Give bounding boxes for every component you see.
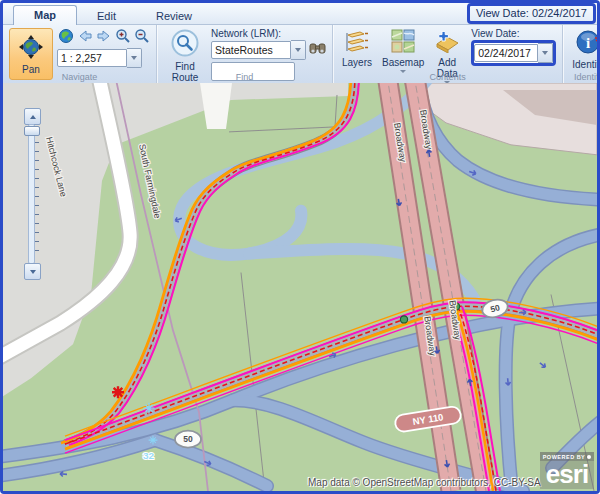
identify-group-label: Identify <box>563 72 600 82</box>
arrow-right-icon <box>96 28 112 48</box>
tab-review[interactable]: Review <box>136 7 212 24</box>
map-zoom-slider[interactable] <box>24 108 39 280</box>
ribbon-tabbar: Map Edit Review View Date: 02/24/2017 <box>3 3 597 25</box>
view-date-input[interactable] <box>474 44 538 62</box>
arrow-left-icon <box>77 28 93 48</box>
tab-edit[interactable]: Edit <box>77 7 136 24</box>
exit-label: 32 <box>143 450 155 461</box>
group-contents: Layers Basemap <box>333 25 563 83</box>
layers-icon <box>344 29 370 55</box>
scale-combo <box>57 48 150 68</box>
network-dropdown-button[interactable] <box>291 40 306 60</box>
group-navigate: Pan <box>3 25 157 83</box>
slider-handle[interactable] <box>24 126 40 136</box>
scale-input[interactable] <box>57 49 127 67</box>
network-combo <box>211 40 306 60</box>
chevron-down-icon <box>295 48 301 52</box>
identify-pin-button[interactable] <box>593 28 600 49</box>
route-junction-dot <box>400 316 407 323</box>
svg-text:i: i <box>586 35 590 51</box>
slider-track[interactable] <box>28 124 35 264</box>
zoom-out-button[interactable] <box>133 30 150 47</box>
navigate-group-label: Navigate <box>3 72 156 82</box>
slider-zoom-out-button[interactable] <box>24 263 41 280</box>
route-start-marker <box>112 386 124 398</box>
find-route-icon <box>171 29 199 59</box>
view-date-annotation-outline <box>471 40 556 66</box>
svg-text:50: 50 <box>183 434 193 444</box>
basemap-label: Basemap <box>382 57 424 68</box>
tab-map[interactable]: Map <box>13 5 77 25</box>
view-date-label: View Date: <box>471 28 556 39</box>
layers-label: Layers <box>342 57 372 68</box>
binoculars-icon <box>309 41 326 59</box>
next-extent-button[interactable] <box>95 30 112 47</box>
full-extent-button[interactable] <box>57 30 74 47</box>
view-date-combo <box>474 43 553 63</box>
esri-dot-icon <box>587 455 591 459</box>
identify-label: Identify <box>572 59 600 70</box>
esri-logo-block: POWERED BY esri <box>540 452 594 489</box>
chevron-down-icon <box>542 51 548 55</box>
pan-icon <box>18 34 44 62</box>
view-date-dropdown-button[interactable] <box>538 43 553 63</box>
chevron-down-icon <box>30 270 36 274</box>
find-group-label: Find <box>157 72 332 82</box>
network-label: Network (LRM): <box>211 28 326 39</box>
esri-logo: esri <box>540 461 594 489</box>
basemap-icon <box>391 29 415 55</box>
layers-button[interactable]: Layers <box>339 28 375 69</box>
ribbon: Pan <box>3 25 597 85</box>
app-window: Map Edit Review View Date: 02/24/2017 Pa… <box>0 0 600 494</box>
chevron-up-icon <box>30 115 36 119</box>
map-canvas[interactable]: 32 50 50 NY 110 Hitchcock Lane South Far… <box>3 83 597 491</box>
slider-zoom-in-button[interactable] <box>24 108 41 125</box>
view-date-annotation: View Date: 02/24/2017 <box>467 3 596 24</box>
map-attribution: Map data © OpenStreetMap contributors, C… <box>308 477 541 488</box>
chevron-down-icon <box>131 56 137 60</box>
basemap-button[interactable]: Basemap <box>379 28 427 74</box>
group-find: Find Route Network (LRM): <box>157 25 333 83</box>
zoom-in-icon <box>115 28 131 48</box>
zoom-in-button[interactable] <box>114 30 131 47</box>
pushpin-icon <box>593 31 600 48</box>
slider-ticks <box>35 142 39 256</box>
previous-extent-button[interactable] <box>76 30 93 47</box>
globe-icon <box>58 28 74 48</box>
zoom-out-icon <box>134 28 150 48</box>
group-identify: i Identify Identify <box>563 25 600 83</box>
network-input[interactable] <box>211 41 291 59</box>
add-data-icon <box>434 29 460 55</box>
scale-dropdown-button[interactable] <box>127 48 142 68</box>
route-shield-50: 50 <box>175 431 201 448</box>
locate-route-button[interactable] <box>309 42 326 59</box>
map-viewport[interactable]: 32 50 50 NY 110 Hitchcock Lane South Far… <box>3 83 597 491</box>
contents-group-label: Contents <box>333 72 562 82</box>
